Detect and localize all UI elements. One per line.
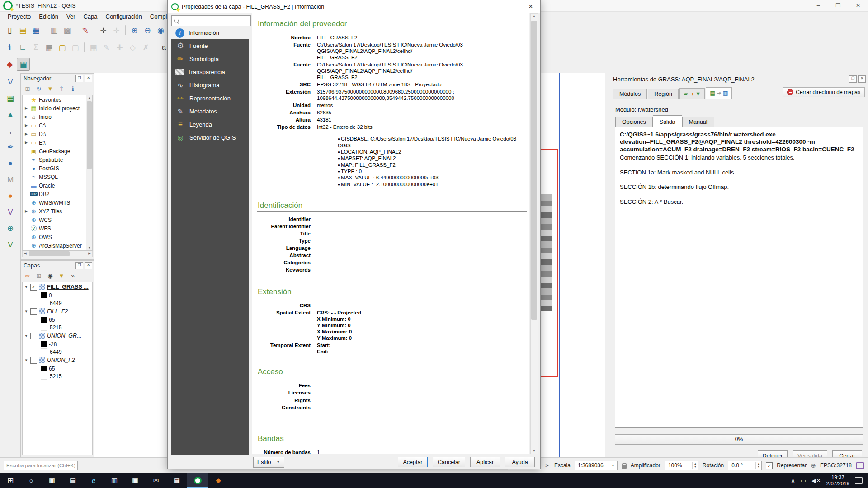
- menu-item[interactable]: Edición: [35, 12, 62, 21]
- browser-tree-item[interactable]: ▶ Inicio: [23, 113, 86, 121]
- restore-button[interactable]: ❐: [828, 0, 848, 11]
- dialog-scrollbar[interactable]: ▲ ▼: [530, 13, 538, 454]
- properties-widget-icon[interactable]: ℹ: [68, 84, 77, 94]
- layer-visibility-checkbox[interactable]: [30, 357, 37, 364]
- crs-globe-icon[interactable]: ⊕: [811, 462, 816, 469]
- display-icon[interactable]: ▭: [801, 477, 806, 484]
- expand-arrow-icon[interactable]: ▶: [24, 123, 28, 127]
- statistical-summary-icon[interactable]: Σ: [30, 42, 42, 54]
- identify-features-icon[interactable]: ℹ: [4, 42, 16, 54]
- tab-module-run[interactable]: ▦ ➜ ▥: [706, 87, 732, 99]
- module-tab[interactable]: Salida: [653, 115, 682, 127]
- measure-icon[interactable]: ∟: [17, 42, 29, 54]
- toolbar-separator[interactable]: [94, 25, 94, 35]
- add-vector-layer-icon[interactable]: V: [5, 76, 17, 88]
- extents-icon[interactable]: ✂: [545, 462, 550, 469]
- rotation-spinbox[interactable]: 0.0 ° ▲▼: [728, 461, 762, 470]
- toolbar-separator[interactable]: [155, 42, 155, 52]
- expand-arrow-icon[interactable]: ▶: [24, 132, 28, 136]
- task-view-icon[interactable]: ▣: [42, 473, 62, 488]
- tab-open-mapset[interactable]: ▰ ➜ ▼: [679, 88, 705, 99]
- scrollbar-thumb[interactable]: [29, 251, 70, 256]
- toolbar-separator[interactable]: [45, 25, 45, 35]
- browser-tree-item[interactable]: Oracle: [23, 181, 86, 190]
- file-explorer-icon[interactable]: ▤: [62, 473, 83, 488]
- scroll-right-icon[interactable]: ▶: [87, 251, 92, 256]
- style-manager-icon[interactable]: ✎: [79, 24, 91, 37]
- new-print-layout-icon[interactable]: ▥: [48, 24, 60, 37]
- select-features-icon[interactable]: ▢: [56, 42, 68, 54]
- search-icon[interactable]: ○: [21, 473, 42, 488]
- browser-tree-item[interactable]: DB2: [23, 190, 86, 198]
- sidebar-item[interactable]: Representación: [171, 92, 249, 105]
- notification-center-icon[interactable]: [855, 477, 863, 484]
- deselect-features-icon[interactable]: ▢: [69, 42, 81, 54]
- sidebar-item[interactable]: Transparencia: [171, 66, 249, 79]
- collapse-all-icon[interactable]: ⇑: [57, 84, 66, 94]
- zoom-native-icon[interactable]: ◉: [155, 24, 167, 37]
- refresh-icon[interactable]: ↻: [34, 84, 43, 94]
- browser-tree-item[interactable]: GeoPackage: [23, 147, 86, 155]
- browser-horizontal-scrollbar[interactable]: ◀ ▶: [22, 251, 93, 257]
- edge-icon[interactable]: e: [83, 473, 104, 488]
- add-mesh-layer-icon[interactable]: ▲: [5, 108, 17, 121]
- sidebar-item[interactable]: Simbología: [171, 52, 249, 66]
- style-dropdown-button[interactable]: Estilo ▼: [253, 457, 284, 468]
- sidebar-item[interactable]: Metadatos: [171, 105, 249, 118]
- start-button[interactable]: ⊞: [0, 473, 21, 488]
- zoom-in-icon[interactable]: ⊕: [128, 24, 141, 37]
- dialog-close-icon[interactable]: ✕: [521, 0, 540, 13]
- help-button[interactable]: Ayuda: [505, 457, 535, 467]
- collapse-arrow-icon[interactable]: ▼: [24, 285, 28, 289]
- browser-tree-item[interactable]: ▶ XYZ Tiles: [23, 207, 86, 216]
- add-mssql-layer-icon[interactable]: M: [5, 174, 17, 186]
- browser-tree-item[interactable]: WFS: [23, 224, 86, 233]
- crs-status[interactable]: EPSG:32718: [820, 462, 852, 469]
- menu-item[interactable]: Configuración: [102, 12, 146, 21]
- layout-manager-icon[interactable]: ▩: [61, 24, 73, 37]
- float-panel-icon[interactable]: ❐: [75, 262, 83, 269]
- open-layer-styling-icon[interactable]: ✏: [23, 272, 32, 281]
- sidebar-item[interactable]: Servidor de QGIS: [171, 131, 249, 144]
- tab-modulos[interactable]: Módulos: [613, 89, 647, 99]
- layer-visibility-checkbox[interactable]: [30, 333, 37, 339]
- add-virtual-layer-icon[interactable]: V: [5, 206, 17, 218]
- filter-legend-icon[interactable]: ▼: [57, 272, 66, 281]
- close-button[interactable]: ✕: [848, 0, 868, 11]
- add-feature-icon[interactable]: ✚: [113, 42, 126, 54]
- scroll-up-icon[interactable]: ▲: [86, 95, 92, 101]
- layer-row[interactable]: ▼ UNION_GR...: [23, 331, 92, 340]
- scroll-down-icon[interactable]: ▼: [86, 245, 92, 250]
- scroll-left-icon[interactable]: ◀: [23, 251, 28, 256]
- browser-tree-item[interactable]: Favoritos: [23, 95, 86, 104]
- browser-tree-item[interactable]: MSSQL: [23, 173, 86, 181]
- float-panel-icon[interactable]: ❐: [849, 75, 857, 83]
- scale-combobox[interactable]: 1:3689036 ▼: [575, 461, 618, 470]
- spin-arrows-icon[interactable]: ▲▼: [692, 462, 698, 469]
- vertex-tool-icon[interactable]: ◇: [127, 42, 139, 54]
- toggle-editing-icon[interactable]: ✎: [100, 42, 113, 54]
- render-checkbox[interactable]: [766, 462, 773, 469]
- manage-visibility-icon[interactable]: ◉: [46, 272, 55, 281]
- attributes-table-icon[interactable]: ▦: [43, 42, 55, 54]
- layer-row[interactable]: ▼ FILL_GRASS ...: [23, 282, 92, 291]
- scrollbar-thumb[interactable]: [87, 101, 92, 169]
- layer-visibility-checkbox[interactable]: [30, 284, 37, 291]
- minimize-button[interactable]: –: [808, 0, 828, 11]
- add-oracle-layer-icon[interactable]: ●: [5, 190, 17, 202]
- float-panel-icon[interactable]: ❐: [75, 75, 83, 82]
- ok-button[interactable]: Aceptar: [398, 457, 428, 467]
- expand-arrow-icon[interactable]: ▶: [24, 141, 28, 145]
- grass-taskbar-icon[interactable]: ◆: [208, 473, 229, 488]
- tray-chevron-up-icon[interactable]: ∧: [791, 477, 795, 484]
- module-tab[interactable]: Manual: [682, 117, 714, 127]
- delete-selected-icon[interactable]: ✗: [140, 42, 152, 54]
- volume-muted-icon[interactable]: ◀✕: [811, 477, 821, 484]
- menu-item[interactable]: Proyecto: [4, 12, 35, 21]
- taskbar-clock[interactable]: 19:37 2/07/2019: [826, 474, 849, 487]
- pan-to-selection-icon[interactable]: ✛: [110, 24, 123, 37]
- add-wfs-layer-icon[interactable]: V: [5, 239, 17, 251]
- zoom-out-icon[interactable]: ⊖: [142, 24, 154, 37]
- close-panel-icon[interactable]: ✕: [85, 262, 92, 269]
- pan-map-icon[interactable]: ✛: [97, 24, 109, 37]
